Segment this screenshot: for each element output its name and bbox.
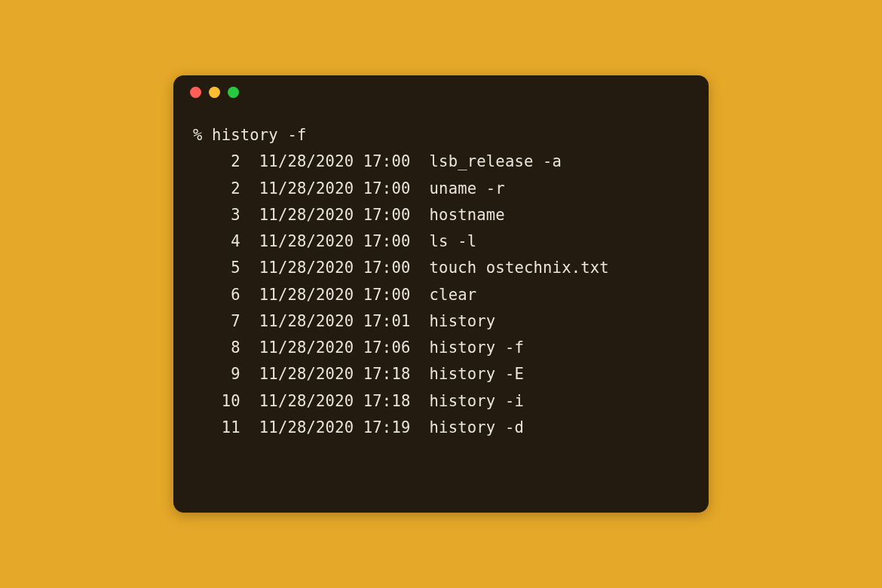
history-line: 6 11/28/2020 17:00 clear <box>193 282 689 308</box>
history-line: 4 11/28/2020 17:00 ls -l <box>193 228 689 255</box>
maximize-icon[interactable] <box>228 87 239 98</box>
titlebar <box>173 75 709 109</box>
history-line: 2 11/28/2020 17:00 lsb_release -a <box>193 149 689 175</box>
prompt-symbol: % <box>193 126 203 144</box>
history-line: 11 11/28/2020 17:19 history -d <box>193 415 689 441</box>
terminal-output[interactable]: % history -f 2 11/28/2020 17:00 lsb_rele… <box>173 109 709 513</box>
close-icon[interactable] <box>190 87 201 98</box>
history-line: 9 11/28/2020 17:18 history -E <box>193 361 689 387</box>
history-line: 2 11/28/2020 17:00 uname -r <box>193 176 689 202</box>
history-line: 7 11/28/2020 17:01 history <box>193 308 689 335</box>
minimize-icon[interactable] <box>209 87 220 98</box>
history-line: 10 11/28/2020 17:18 history -i <box>193 388 689 415</box>
history-line: 5 11/28/2020 17:00 touch ostechnix.txt <box>193 255 689 281</box>
history-line: 3 11/28/2020 17:00 hostname <box>193 202 689 228</box>
history-line: 8 11/28/2020 17:06 history -f <box>193 335 689 361</box>
terminal-window: % history -f 2 11/28/2020 17:00 lsb_rele… <box>173 75 709 513</box>
prompt-command: history -f <box>212 126 306 144</box>
prompt-line: % history -f <box>193 122 689 149</box>
